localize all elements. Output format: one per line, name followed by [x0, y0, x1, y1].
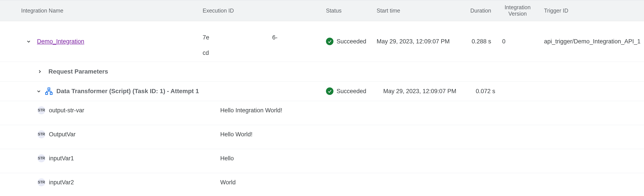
header-trigger-id: Trigger ID	[540, 8, 644, 14]
request-parameters-row: Request Parameters	[0, 62, 644, 82]
variable-row: STRoutput-str-varHello Integration World…	[0, 101, 644, 125]
execution-id-cell: 7e 6- cd	[203, 26, 326, 57]
variable-row: STROutputVarHello World!	[0, 125, 644, 149]
header-start-time: Start time	[376, 8, 462, 14]
task-duration: 0.072 s	[469, 88, 644, 95]
header-status: Status	[326, 8, 376, 14]
variable-value: Hello	[220, 155, 644, 162]
execution-id-part3: cd	[203, 50, 209, 56]
header-integration-version: Integration Version	[496, 4, 540, 17]
variable-name: inputVar2	[49, 179, 74, 186]
execution-id-part1: 7e	[203, 34, 209, 42]
task-label: Data Transformer (Script) (Task ID: 1) -…	[56, 88, 199, 95]
duration-cell: 0.288 s	[462, 38, 496, 45]
variable-row: STRinputVar2World	[0, 173, 644, 196]
request-parameters-label: Request Parameters	[48, 68, 108, 75]
check-circle-icon	[326, 88, 334, 95]
start-time-cell: May 29, 2023, 12:09:07 PM	[376, 38, 462, 45]
string-type-badge: STR	[38, 130, 45, 138]
svg-rect-1	[46, 92, 48, 94]
data-transformer-icon	[45, 87, 53, 95]
header-integration-name: Integration Name	[0, 8, 203, 14]
task-row: Data Transformer (Script) (Task ID: 1) -…	[0, 82, 644, 101]
svg-rect-0	[48, 88, 50, 90]
variable-row: STRinputVar1Hello	[0, 149, 644, 173]
trigger-id-cell: api_trigger/Demo_Integration_API_1	[540, 38, 644, 45]
string-type-badge: STR	[38, 178, 45, 186]
string-type-badge: STR	[38, 154, 45, 162]
task-start-time: May 29, 2023, 12:09:07 PM	[383, 88, 469, 95]
variable-name: OutputVar	[49, 131, 76, 138]
integration-row: Demo_Integration 7e 6- cd Succeeded May …	[0, 21, 644, 62]
string-type-badge: STR	[38, 106, 45, 114]
status-text: Succeeded	[336, 38, 366, 45]
variable-value: Hello World!	[220, 131, 644, 138]
header-execution-id: Execution ID	[203, 8, 326, 14]
variable-name: inputVar1	[49, 155, 74, 162]
variable-value: Hello Integration World!	[220, 107, 644, 114]
execution-id-part2: 6-	[272, 34, 278, 42]
task-status-text: Succeeded	[336, 88, 366, 95]
integration-name-link[interactable]: Demo_Integration	[37, 38, 84, 45]
chevron-down-icon[interactable]	[24, 37, 33, 46]
chevron-right-icon[interactable]	[35, 67, 44, 76]
variable-value: World	[220, 179, 644, 186]
version-cell: 0	[496, 38, 540, 45]
variable-name: output-str-var	[49, 107, 84, 114]
table-header: Integration Name Execution ID Status Sta…	[0, 0, 644, 21]
svg-rect-2	[50, 92, 52, 94]
check-circle-icon	[326, 38, 334, 45]
chevron-down-icon[interactable]	[34, 87, 43, 96]
header-duration: Duration	[462, 8, 496, 14]
